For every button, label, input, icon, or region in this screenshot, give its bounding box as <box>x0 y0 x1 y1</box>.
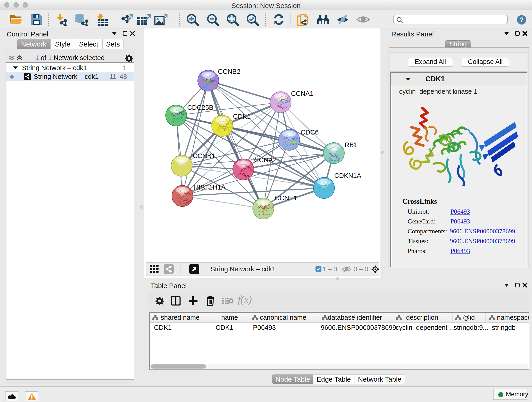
svg-text:CCNB2: CCNB2 <box>218 68 240 75</box>
svg-text:?: ? <box>519 16 524 23</box>
svg-text:CDC6: CDC6 <box>301 128 319 136</box>
svg-text:HIST1H1A: HIST1H1A <box>194 184 226 191</box>
svg-text:CDKN1A: CDKN1A <box>334 172 361 179</box>
svg-text:CCNE1: CCNE1 <box>275 194 297 202</box>
svg-text:CCNA1: CCNA1 <box>291 90 313 97</box>
svg-text:RB1: RB1 <box>345 141 357 148</box>
svg-text:CCNB1: CCNB1 <box>193 152 215 160</box>
svg-text:CCNA2: CCNA2 <box>254 156 277 164</box>
svg-text:CDC25B: CDC25B <box>187 104 213 111</box>
svg-text:CDK1: CDK1 <box>233 113 251 120</box>
